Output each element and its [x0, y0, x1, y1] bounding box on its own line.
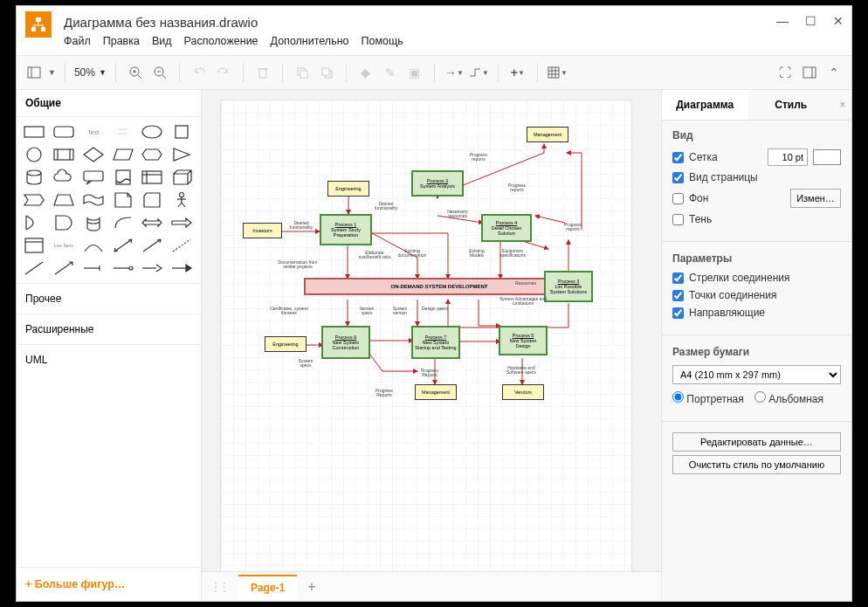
shape-conn2[interactable] [111, 259, 135, 278]
shape-line-plain[interactable] [22, 259, 46, 278]
shape-conn1[interactable] [81, 259, 106, 278]
zoom-in-icon[interactable] [125, 62, 146, 83]
zoom-out-icon[interactable] [149, 62, 170, 83]
grid-size-input[interactable] [768, 148, 808, 166]
node-process2[interactable]: Process 2System Analysis [411, 170, 464, 197]
shape-conn4[interactable] [169, 259, 194, 278]
tab-style[interactable]: Стиль [748, 90, 835, 120]
node-process5[interactable]: Process 5New System Design [499, 326, 548, 355]
bg-checkbox[interactable] [672, 193, 684, 204]
shape-trapezoid[interactable] [52, 190, 76, 210]
node-process1[interactable]: Process 1System Study Preperation [320, 214, 372, 245]
close-panel-icon[interactable]: × [834, 90, 851, 120]
shape-line-bidir[interactable] [111, 236, 135, 255]
portrait-radio[interactable] [672, 391, 684, 403]
conn-points-checkbox[interactable] [672, 290, 684, 301]
shape-arrow-bi[interactable] [140, 213, 164, 232]
node-management2[interactable]: Management [415, 384, 457, 400]
shadow-checkbox[interactable] [672, 214, 684, 225]
shape-parallelogram[interactable] [111, 145, 135, 164]
pageview-checkbox[interactable] [672, 172, 684, 183]
shape-cloud[interactable] [52, 168, 76, 187]
shape-square[interactable] [169, 122, 194, 141]
tab-diagram[interactable]: Диаграмма [662, 90, 748, 120]
menu-file[interactable]: Файл [64, 35, 91, 47]
shape-ellipse[interactable] [140, 122, 164, 141]
shape-list2[interactable]: List Item [52, 236, 76, 255]
shape-curve[interactable] [111, 213, 135, 232]
edit-data-button[interactable]: Редактировать данные… [672, 432, 841, 452]
category-misc[interactable]: Прочее [17, 283, 201, 314]
shape-step[interactable] [22, 190, 46, 210]
zoom-level[interactable]: 50% ▼ [74, 66, 107, 79]
shape-list[interactable] [22, 236, 46, 255]
close-button[interactable]: ✕ [832, 15, 844, 27]
shape-datastore[interactable] [81, 213, 106, 232]
menu-edit[interactable]: Правка [103, 35, 140, 47]
shape-rect[interactable] [22, 122, 46, 141]
clear-style-button[interactable]: Очистить стиль по умолчанию [672, 455, 841, 474]
undo-icon[interactable] [189, 62, 210, 83]
shape-hexagon[interactable] [140, 145, 164, 164]
fullscreen-icon[interactable]: ⛶ [775, 62, 796, 83]
menu-help[interactable]: Помощь [362, 35, 403, 47]
node-process6[interactable]: Process 6New System Construction [321, 326, 370, 359]
fill-icon[interactable]: ◆ [355, 62, 376, 83]
node-process7[interactable]: Process 7New System Startup and Testing [411, 326, 460, 359]
add-page-button[interactable]: + [307, 579, 315, 595]
shape-and[interactable] [52, 213, 76, 232]
category-uml[interactable]: UML [17, 344, 201, 375]
shape-internal[interactable] [140, 168, 164, 187]
shape-line-thin[interactable] [52, 259, 76, 278]
menu-extras[interactable]: Дополнительно [271, 35, 349, 47]
maximize-button[interactable]: ☐ [804, 15, 816, 27]
shape-callout[interactable] [81, 168, 106, 187]
table-icon[interactable]: ▼ [547, 62, 568, 83]
shape-circle[interactable] [22, 145, 46, 164]
node-engineering1[interactable]: Engineering [327, 181, 369, 197]
shape-conn3[interactable] [140, 259, 164, 278]
shape-line-dash[interactable] [169, 236, 194, 255]
waypoint-icon[interactable]: ▼ [468, 62, 489, 83]
more-shapes[interactable]: + Больше фигур… [17, 567, 201, 601]
shape-line-curve[interactable] [81, 236, 106, 255]
node-process4[interactable]: Process 4Detail Chosen Solution [481, 214, 532, 242]
line-color-icon[interactable]: ✎ [380, 62, 401, 83]
shape-or[interactable] [22, 213, 46, 232]
shape-cube[interactable] [169, 168, 194, 187]
to-back-icon[interactable] [316, 62, 337, 83]
shape-text[interactable]: Text [81, 122, 106, 141]
canvas[interactable]: ON-DEMAND SYSTEM DEVELOPMENT Investors E… [202, 90, 661, 571]
collapse-icon[interactable]: ⌃ [823, 62, 844, 83]
node-management1[interactable]: Management [527, 127, 568, 142]
shape-cylinder[interactable] [22, 168, 46, 187]
redo-icon[interactable] [213, 62, 234, 83]
conn-arrows-checkbox[interactable] [672, 272, 684, 284]
paper-size-select[interactable]: A4 (210 mm x 297 mm) [672, 365, 841, 384]
landscape-radio[interactable] [754, 391, 766, 403]
node-vendors[interactable]: Vendors [502, 384, 544, 400]
bg-change-button[interactable]: Измен… [790, 189, 841, 208]
shape-document[interactable] [111, 168, 135, 187]
to-front-icon[interactable] [292, 62, 313, 83]
shape-diamond[interactable] [81, 145, 106, 164]
shape-card[interactable] [140, 190, 164, 210]
menu-arrange[interactable]: Расположение [184, 35, 258, 47]
shape-note[interactable] [111, 190, 135, 210]
menu-view[interactable]: Вид [152, 35, 172, 47]
shape-actor[interactable] [169, 190, 194, 210]
shape-arrow[interactable] [169, 213, 194, 232]
node-process3[interactable]: Process 3List Possible System Solutions [544, 271, 593, 302]
shape-line-arrow[interactable] [140, 236, 164, 255]
insert-icon[interactable]: +▼ [507, 62, 528, 83]
delete-icon[interactable] [252, 62, 273, 83]
minimize-button[interactable]: — [776, 15, 789, 27]
category-advanced[interactable]: Расширенные [17, 314, 201, 344]
shape-textbox[interactable]: ══════ [111, 122, 135, 141]
grid-color[interactable] [813, 149, 841, 165]
connection-icon[interactable]: →▼ [444, 62, 465, 83]
shadow-icon[interactable]: ▣ [404, 62, 425, 83]
grid-checkbox[interactable] [672, 152, 684, 163]
sidebar-toggle-icon[interactable] [24, 62, 45, 83]
format-panel-icon[interactable] [799, 62, 820, 83]
